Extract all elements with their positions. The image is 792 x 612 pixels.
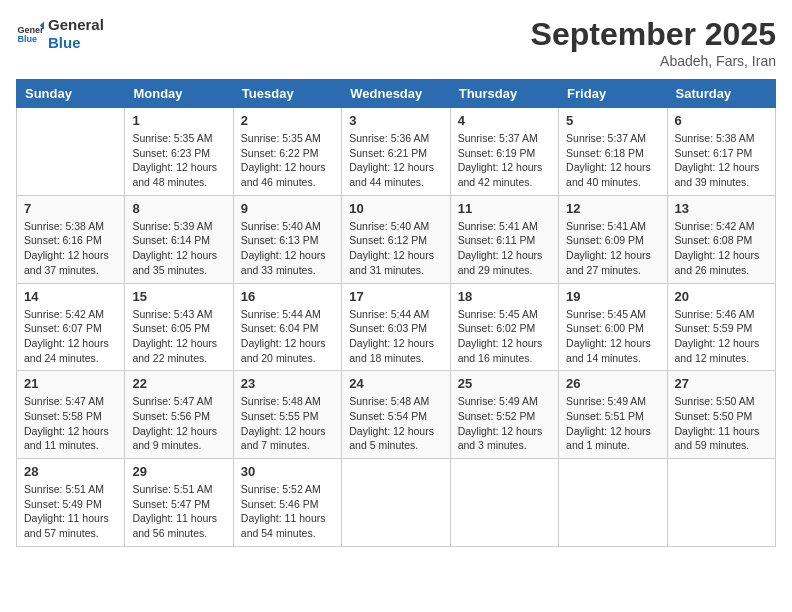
calendar-cell: 29Sunrise: 5:51 AMSunset: 5:47 PMDayligh… xyxy=(125,459,233,547)
cell-content: Sunrise: 5:35 AMSunset: 6:22 PMDaylight:… xyxy=(241,131,334,190)
day-number: 26 xyxy=(566,376,659,391)
day-number: 12 xyxy=(566,201,659,216)
day-number: 10 xyxy=(349,201,442,216)
calendar-cell: 6Sunrise: 5:38 AMSunset: 6:17 PMDaylight… xyxy=(667,108,775,196)
day-number: 11 xyxy=(458,201,551,216)
calendar-cell: 10Sunrise: 5:40 AMSunset: 6:12 PMDayligh… xyxy=(342,195,450,283)
cell-content: Sunrise: 5:41 AMSunset: 6:11 PMDaylight:… xyxy=(458,219,551,278)
calendar-week-3: 14Sunrise: 5:42 AMSunset: 6:07 PMDayligh… xyxy=(17,283,776,371)
cell-content: Sunrise: 5:40 AMSunset: 6:13 PMDaylight:… xyxy=(241,219,334,278)
calendar-cell: 23Sunrise: 5:48 AMSunset: 5:55 PMDayligh… xyxy=(233,371,341,459)
calendar-cell: 15Sunrise: 5:43 AMSunset: 6:05 PMDayligh… xyxy=(125,283,233,371)
day-number: 30 xyxy=(241,464,334,479)
calendar-cell: 2Sunrise: 5:35 AMSunset: 6:22 PMDaylight… xyxy=(233,108,341,196)
day-number: 3 xyxy=(349,113,442,128)
calendar-week-2: 7Sunrise: 5:38 AMSunset: 6:16 PMDaylight… xyxy=(17,195,776,283)
cell-content: Sunrise: 5:52 AMSunset: 5:46 PMDaylight:… xyxy=(241,482,334,541)
calendar-cell xyxy=(559,459,667,547)
day-number: 16 xyxy=(241,289,334,304)
calendar-cell: 4Sunrise: 5:37 AMSunset: 6:19 PMDaylight… xyxy=(450,108,558,196)
day-number: 15 xyxy=(132,289,225,304)
calendar-cell: 7Sunrise: 5:38 AMSunset: 6:16 PMDaylight… xyxy=(17,195,125,283)
header-day-thursday: Thursday xyxy=(450,80,558,108)
day-number: 5 xyxy=(566,113,659,128)
cell-content: Sunrise: 5:45 AMSunset: 6:02 PMDaylight:… xyxy=(458,307,551,366)
header-day-tuesday: Tuesday xyxy=(233,80,341,108)
header-day-monday: Monday xyxy=(125,80,233,108)
day-number: 4 xyxy=(458,113,551,128)
cell-content: Sunrise: 5:42 AMSunset: 6:08 PMDaylight:… xyxy=(675,219,768,278)
logo-icon: General Blue xyxy=(16,20,44,48)
page-header: General Blue General Blue September 2025… xyxy=(16,16,776,69)
cell-content: Sunrise: 5:45 AMSunset: 6:00 PMDaylight:… xyxy=(566,307,659,366)
cell-content: Sunrise: 5:50 AMSunset: 5:50 PMDaylight:… xyxy=(675,394,768,453)
header-row: SundayMondayTuesdayWednesdayThursdayFrid… xyxy=(17,80,776,108)
header-day-friday: Friday xyxy=(559,80,667,108)
logo-text-general: General xyxy=(48,16,104,34)
day-number: 17 xyxy=(349,289,442,304)
cell-content: Sunrise: 5:44 AMSunset: 6:03 PMDaylight:… xyxy=(349,307,442,366)
header-day-sunday: Sunday xyxy=(17,80,125,108)
calendar-cell xyxy=(667,459,775,547)
cell-content: Sunrise: 5:44 AMSunset: 6:04 PMDaylight:… xyxy=(241,307,334,366)
cell-content: Sunrise: 5:43 AMSunset: 6:05 PMDaylight:… xyxy=(132,307,225,366)
calendar-cell: 19Sunrise: 5:45 AMSunset: 6:00 PMDayligh… xyxy=(559,283,667,371)
calendar-header: SundayMondayTuesdayWednesdayThursdayFrid… xyxy=(17,80,776,108)
calendar-week-1: 1Sunrise: 5:35 AMSunset: 6:23 PMDaylight… xyxy=(17,108,776,196)
cell-content: Sunrise: 5:48 AMSunset: 5:54 PMDaylight:… xyxy=(349,394,442,453)
calendar-cell: 11Sunrise: 5:41 AMSunset: 6:11 PMDayligh… xyxy=(450,195,558,283)
cell-content: Sunrise: 5:51 AMSunset: 5:49 PMDaylight:… xyxy=(24,482,117,541)
calendar-cell: 3Sunrise: 5:36 AMSunset: 6:21 PMDaylight… xyxy=(342,108,450,196)
cell-content: Sunrise: 5:36 AMSunset: 6:21 PMDaylight:… xyxy=(349,131,442,190)
calendar-cell: 24Sunrise: 5:48 AMSunset: 5:54 PMDayligh… xyxy=(342,371,450,459)
day-number: 1 xyxy=(132,113,225,128)
calendar-body: 1Sunrise: 5:35 AMSunset: 6:23 PMDaylight… xyxy=(17,108,776,547)
cell-content: Sunrise: 5:48 AMSunset: 5:55 PMDaylight:… xyxy=(241,394,334,453)
cell-content: Sunrise: 5:37 AMSunset: 6:18 PMDaylight:… xyxy=(566,131,659,190)
calendar-cell: 12Sunrise: 5:41 AMSunset: 6:09 PMDayligh… xyxy=(559,195,667,283)
calendar-cell: 17Sunrise: 5:44 AMSunset: 6:03 PMDayligh… xyxy=(342,283,450,371)
calendar-cell: 5Sunrise: 5:37 AMSunset: 6:18 PMDaylight… xyxy=(559,108,667,196)
calendar-cell xyxy=(17,108,125,196)
cell-content: Sunrise: 5:39 AMSunset: 6:14 PMDaylight:… xyxy=(132,219,225,278)
cell-content: Sunrise: 5:35 AMSunset: 6:23 PMDaylight:… xyxy=(132,131,225,190)
calendar-cell: 18Sunrise: 5:45 AMSunset: 6:02 PMDayligh… xyxy=(450,283,558,371)
calendar-cell: 25Sunrise: 5:49 AMSunset: 5:52 PMDayligh… xyxy=(450,371,558,459)
calendar-cell: 1Sunrise: 5:35 AMSunset: 6:23 PMDaylight… xyxy=(125,108,233,196)
calendar-week-4: 21Sunrise: 5:47 AMSunset: 5:58 PMDayligh… xyxy=(17,371,776,459)
day-number: 29 xyxy=(132,464,225,479)
calendar-cell xyxy=(342,459,450,547)
day-number: 9 xyxy=(241,201,334,216)
calendar-cell: 26Sunrise: 5:49 AMSunset: 5:51 PMDayligh… xyxy=(559,371,667,459)
day-number: 23 xyxy=(241,376,334,391)
cell-content: Sunrise: 5:47 AMSunset: 5:56 PMDaylight:… xyxy=(132,394,225,453)
header-day-saturday: Saturday xyxy=(667,80,775,108)
svg-text:Blue: Blue xyxy=(17,34,37,44)
month-title: September 2025 xyxy=(531,16,776,53)
calendar-cell: 28Sunrise: 5:51 AMSunset: 5:49 PMDayligh… xyxy=(17,459,125,547)
calendar-cell: 16Sunrise: 5:44 AMSunset: 6:04 PMDayligh… xyxy=(233,283,341,371)
svg-text:General: General xyxy=(17,25,44,35)
calendar-table: SundayMondayTuesdayWednesdayThursdayFrid… xyxy=(16,79,776,547)
calendar-cell: 21Sunrise: 5:47 AMSunset: 5:58 PMDayligh… xyxy=(17,371,125,459)
calendar-cell xyxy=(450,459,558,547)
calendar-cell: 27Sunrise: 5:50 AMSunset: 5:50 PMDayligh… xyxy=(667,371,775,459)
day-number: 13 xyxy=(675,201,768,216)
day-number: 27 xyxy=(675,376,768,391)
cell-content: Sunrise: 5:38 AMSunset: 6:16 PMDaylight:… xyxy=(24,219,117,278)
calendar-cell: 14Sunrise: 5:42 AMSunset: 6:07 PMDayligh… xyxy=(17,283,125,371)
day-number: 2 xyxy=(241,113,334,128)
day-number: 14 xyxy=(24,289,117,304)
cell-content: Sunrise: 5:46 AMSunset: 5:59 PMDaylight:… xyxy=(675,307,768,366)
day-number: 25 xyxy=(458,376,551,391)
header-day-wednesday: Wednesday xyxy=(342,80,450,108)
calendar-cell: 9Sunrise: 5:40 AMSunset: 6:13 PMDaylight… xyxy=(233,195,341,283)
cell-content: Sunrise: 5:51 AMSunset: 5:47 PMDaylight:… xyxy=(132,482,225,541)
cell-content: Sunrise: 5:38 AMSunset: 6:17 PMDaylight:… xyxy=(675,131,768,190)
day-number: 6 xyxy=(675,113,768,128)
day-number: 24 xyxy=(349,376,442,391)
cell-content: Sunrise: 5:37 AMSunset: 6:19 PMDaylight:… xyxy=(458,131,551,190)
calendar-week-5: 28Sunrise: 5:51 AMSunset: 5:49 PMDayligh… xyxy=(17,459,776,547)
day-number: 8 xyxy=(132,201,225,216)
calendar-cell: 22Sunrise: 5:47 AMSunset: 5:56 PMDayligh… xyxy=(125,371,233,459)
